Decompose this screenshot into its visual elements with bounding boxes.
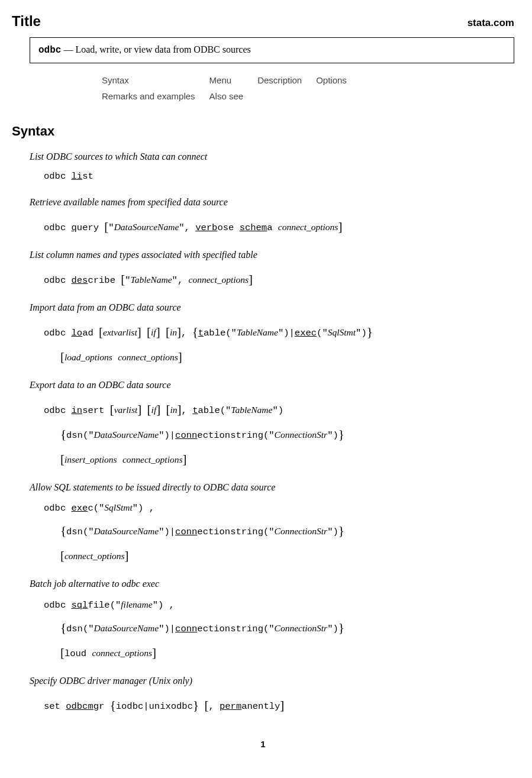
command-name: odbc — [38, 45, 61, 56]
entry-desc: Allow SQL statements to be issued direct… — [30, 482, 514, 494]
syntax-entry: Retrieve available names from specified … — [30, 196, 514, 238]
entry-desc: Specify ODBC driver manager (Unix only) — [30, 675, 514, 687]
entry-desc: Retrieve available names from specified … — [30, 196, 514, 209]
entry-syntax: odbc describe ["TableName", connect_opti… — [44, 266, 514, 291]
entry-syntax: odbc insert [varlist] [if] [in], table("… — [44, 396, 514, 471]
entry-desc: Batch job alternative to odbc exec — [30, 578, 514, 590]
entry-syntax: odbc load [extvarlist] [if] [in], {table… — [44, 319, 514, 369]
nav-options[interactable]: Options — [316, 73, 360, 88]
site-link[interactable]: stata.com — [467, 17, 514, 30]
entry-desc: List column names and types associated w… — [30, 249, 514, 262]
page-number: 1 — [12, 738, 514, 750]
nav-syntax[interactable]: Syntax — [102, 73, 208, 88]
page-title: Title — [12, 12, 41, 30]
syntax-entry: List column names and types associated w… — [30, 249, 514, 291]
title-dash: — — [61, 44, 75, 54]
nav-remarks[interactable]: Remarks and examples — [102, 89, 208, 104]
entry-syntax: odbc list — [44, 167, 514, 186]
nav-description[interactable]: Description — [257, 73, 315, 88]
entry-desc: Export data to an ODBC data source — [30, 379, 514, 392]
entry-desc: List ODBC sources to which Stata can con… — [30, 151, 514, 163]
syntax-entry: Export data to an ODBC data source odbc … — [30, 379, 514, 471]
nav-alsosee[interactable]: Also see — [209, 89, 257, 104]
section-nav: Syntax Menu Description Options Remarks … — [101, 72, 361, 105]
nav-menu[interactable]: Menu — [209, 73, 257, 88]
entry-syntax: odbc sqlfile("filename") , {dsn("DataSou… — [44, 595, 514, 664]
command-title-box: odbc — Load, write, or view data from OD… — [30, 37, 514, 63]
syntax-entry: Allow SQL statements to be issued direct… — [30, 482, 514, 568]
section-heading: Syntax — [12, 123, 514, 140]
entry-syntax: odbc query ["DataSourceName", verbose sc… — [44, 214, 514, 238]
syntax-entry: Specify ODBC driver manager (Unix only) … — [30, 675, 514, 717]
syntax-entry: Batch job alternative to odbc exec odbc … — [30, 578, 514, 664]
entry-syntax: odbc exec("SqlStmt") , {dsn("DataSourceN… — [44, 498, 514, 567]
command-description: Load, write, or view data from ODBC sour… — [75, 44, 250, 54]
syntax-entry: Import data from an ODBC data source odb… — [30, 302, 514, 369]
syntax-entry: List ODBC sources to which Stata can con… — [30, 151, 514, 186]
entry-desc: Import data from an ODBC data source — [30, 302, 514, 314]
entry-syntax: set odbcmgr {iodbc|unixodbc} [, permanen… — [44, 692, 514, 717]
